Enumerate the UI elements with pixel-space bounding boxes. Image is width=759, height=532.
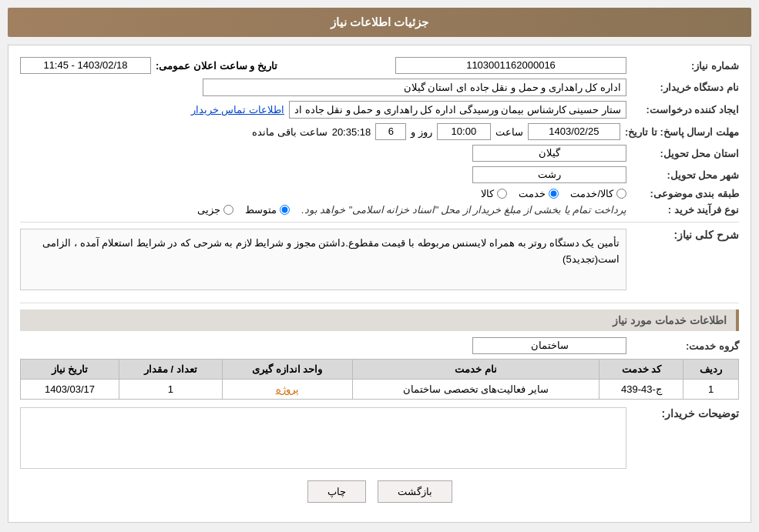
page-wrapper: جزئیات اطلاعات نیاز شماره نیاز: 11030011… [0, 0, 759, 532]
group-row: گروه خدمت: ساختمان [20, 337, 739, 354]
need-number-value: 1103001162000016 [395, 57, 626, 74]
province-value: گیلان [472, 145, 626, 162]
back-button[interactable]: بازگشت [378, 480, 452, 503]
deadline-row: مهلت ارسال پاسخ: تا تاریخ: 1403/02/25 سا… [20, 123, 739, 140]
buttons-row: بازگشت چاپ [20, 480, 739, 510]
category-kala-radio[interactable] [497, 189, 507, 199]
process-jozyi-item: جزیی [197, 204, 233, 216]
col-name: نام خدمت [352, 360, 599, 380]
creator-value: ستار حسینی کارشناس بیمان ورسیدگی اداره ک… [289, 101, 626, 119]
category-kala-khadamat-label: کالا/خدمت [570, 188, 613, 199]
deadline-time: 10:00 [437, 123, 491, 140]
cell-row-num: 1 [683, 380, 739, 400]
need-number-row: شماره نیاز: 1103001162000016 تاریخ و ساع… [20, 57, 739, 74]
process-motavasset-item: متوسط [245, 204, 290, 216]
col-code: کد خدمت [599, 360, 683, 380]
cell-date: 1403/03/17 [21, 380, 119, 400]
process-label: نوع فرآیند خرید : [631, 204, 739, 216]
process-motavasset-label: متوسط [245, 204, 277, 216]
deadline-time-label: ساعت [495, 126, 523, 138]
category-label: طبقه بندی موضوعی: [631, 188, 739, 199]
group-label: گروه خدمت: [631, 340, 739, 352]
page-header: جزئیات اطلاعات نیاز [8, 8, 751, 37]
deadline-days: 6 [375, 123, 406, 140]
category-radio-group: کالا/خدمت خدمت کالا [481, 188, 626, 199]
province-row: استان محل تحویل: گیلان [20, 145, 739, 162]
city-row: شهر محل تحویل: رشت [20, 166, 739, 183]
col-row-num: ردیف [683, 360, 739, 380]
deadline-days-label: روز و [411, 126, 432, 138]
col-quantity: تعداد / مقدار [119, 360, 223, 380]
services-table: ردیف کد خدمت نام خدمت واحد اندازه گیری ت… [20, 359, 739, 400]
process-row: نوع فرآیند خرید : پرداخت تمام یا بخشی از… [20, 204, 739, 216]
process-jozyi-label: جزیی [197, 204, 220, 216]
description-label: شرح کلی نیاز: [631, 229, 739, 241]
buyer-description-row: توضیحات خریدار: [20, 407, 739, 469]
col-unit: واحد اندازه گیری [222, 360, 352, 380]
print-button[interactable]: چاپ [307, 480, 366, 503]
deadline-date: 1403/02/25 [528, 123, 620, 140]
need-number-label: شماره نیاز: [631, 60, 739, 72]
cell-quantity: 1 [119, 380, 223, 400]
buyer-description-textarea[interactable] [20, 407, 626, 469]
description-text: تأمین یک دستگاه روتر به همراه لایسنس مرب… [20, 229, 626, 290]
category-kala-label: کالا [481, 188, 494, 199]
cell-name: سایر فعالیت‌های تخصصی ساختمان [352, 380, 599, 400]
creator-row: ایجاد کننده درخواست: ستار حسینی کارشناس … [20, 101, 739, 119]
category-kala-item: کالا [481, 188, 507, 199]
city-label: شهر محل تحویل: [631, 169, 739, 181]
description-row: شرح کلی نیاز: تأمین یک دستگاه روتر به هم… [20, 229, 739, 296]
buyer-org-value: اداره کل راهداری و حمل و نقل جاده ای است… [203, 79, 626, 96]
cell-unit: پروژه [222, 380, 352, 400]
date-value: 1403/02/18 - 11:45 [20, 57, 151, 74]
province-label: استان محل تحویل: [631, 148, 739, 159]
divider-1 [20, 222, 739, 223]
buyer-org-label: نام دستگاه خریدار: [631, 82, 739, 93]
process-jozyi-radio[interactable] [223, 205, 233, 215]
cell-code: ج-43-439 [599, 380, 683, 400]
col-date: تاریخ نیاز [21, 360, 119, 380]
services-section-title: اطلاعات خدمات مورد نیاز [20, 309, 739, 331]
page-title: جزئیات اطلاعات نیاز [331, 15, 428, 28]
deadline-remaining-label: ساعت باقی مانده [252, 126, 327, 138]
deadline-label: مهلت ارسال پاسخ: تا تاریخ: [625, 126, 739, 138]
category-khadamat-radio[interactable] [549, 189, 559, 199]
main-card: شماره نیاز: 1103001162000016 تاریخ و ساع… [8, 45, 751, 523]
buyer-description-label: توضیحات خریدار: [631, 407, 739, 420]
process-note: پرداخت تمام یا بخشی از مبلغ خریدار از مح… [301, 204, 626, 216]
category-kala-khadamat-item: کالا/خدمت [570, 188, 626, 199]
deadline-remaining: 20:35:18 [332, 126, 371, 138]
services-table-header: ردیف کد خدمت نام خدمت واحد اندازه گیری ت… [21, 360, 739, 380]
group-value: ساختمان [472, 337, 626, 354]
buyer-org-row: نام دستگاه خریدار: اداره کل راهداری و حم… [20, 79, 739, 96]
divider-2 [20, 303, 739, 303]
category-khadamat-item: خدمت [519, 188, 559, 199]
date-label: تاریخ و ساعت اعلان عمومی: [156, 60, 277, 72]
table-row: 1 ج-43-439 سایر فعالیت‌های تخصصی ساختمان… [21, 380, 739, 400]
creator-contact-link[interactable]: اطلاعات تماس خریدار [191, 104, 284, 115]
category-row: طبقه بندی موضوعی: کالا/خدمت خدمت کالا [20, 188, 739, 199]
category-khadamat-label: خدمت [519, 188, 546, 199]
category-kala-khadamat-radio[interactable] [616, 189, 626, 199]
city-value: رشت [472, 166, 626, 183]
process-radio-group: پرداخت تمام یا بخشی از مبلغ خریدار از مح… [197, 204, 626, 216]
process-motavasset-radio[interactable] [280, 205, 290, 215]
creator-label: ایجاد کننده درخواست: [631, 104, 739, 115]
